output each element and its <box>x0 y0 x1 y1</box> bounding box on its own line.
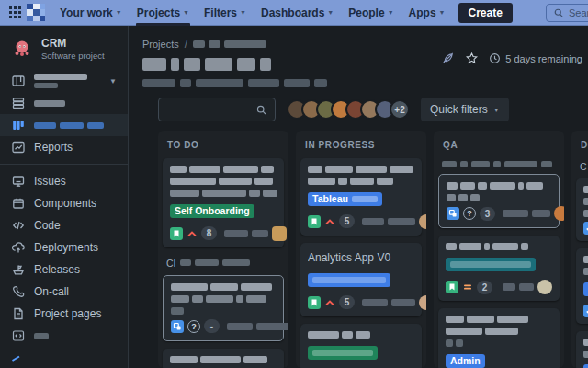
priority-highest-icon <box>324 216 335 227</box>
redacted-text <box>171 58 179 71</box>
redacted-text <box>447 182 458 190</box>
estimate-badge: 8 <box>201 226 217 240</box>
nav-item-filters[interactable]: Filters▼ <box>197 0 254 26</box>
redacted-summary-line <box>583 186 588 193</box>
issue-card[interactable]: Self Onboarding8 <box>163 158 284 247</box>
sidebar-divider <box>0 164 128 165</box>
redacted-text <box>388 218 415 225</box>
redacted-text <box>223 166 258 173</box>
breadcrumb-projects[interactable]: Projects <box>142 39 179 50</box>
redacted-text <box>34 83 58 88</box>
components-icon <box>11 196 26 211</box>
issue-card[interactable]: ?1 <box>163 349 284 368</box>
nav-item-dashboards[interactable]: Dashboards▼ <box>254 0 341 26</box>
issue-card[interactable]: ?- <box>163 275 284 341</box>
column-header: IN PROGRESS <box>300 135 422 158</box>
redacted-text <box>377 178 393 185</box>
task-type-icon <box>583 305 588 317</box>
chevron-down-icon: ▼ <box>183 9 189 16</box>
subtask-type-icon <box>171 320 184 333</box>
issue-card[interactable]: Analytics App V05 <box>300 243 422 316</box>
estimate-badge: 5 <box>339 295 355 309</box>
issue-card-meta: 2 <box>446 280 552 294</box>
nav-item-apps[interactable]: Apps▼ <box>401 0 453 26</box>
issue-card[interactable]: Tableau5 <box>300 158 422 236</box>
label-chip-redacted-part <box>312 277 386 283</box>
top-nav: Your work▼Projects▼Filters▼Dashboards▼Pe… <box>0 0 588 26</box>
sidebar-item-project-pages[interactable]: Project pages <box>0 303 128 325</box>
sidebar-item-label: Deployments <box>34 241 98 254</box>
sprint-days-remaining[interactable]: 5 days remaining <box>489 52 582 64</box>
create-button[interactable]: Create <box>458 3 513 23</box>
project-header[interactable]: CRM Software project <box>0 35 128 70</box>
sidebar-item-redacted[interactable]: ▼ <box>0 70 128 92</box>
avatar-overflow-count[interactable]: +2 <box>390 99 410 120</box>
board-search-input[interactable] <box>158 98 276 121</box>
redacted-label <box>34 74 87 88</box>
redacted-text <box>504 161 537 167</box>
nav-item-label: Your work <box>60 6 113 19</box>
issue-card[interactable]: En <box>576 248 588 324</box>
issue-card[interactable]: 6 <box>300 324 422 368</box>
assignee-avatar <box>419 214 426 229</box>
redacted-text <box>189 166 220 173</box>
redacted-summary-line <box>170 356 277 363</box>
sidebar-item-on-call[interactable]: On-call <box>0 281 128 303</box>
redacted-text <box>252 230 268 237</box>
issue-card[interactable] <box>576 178 588 241</box>
sidebar-item-redacted[interactable] <box>0 325 128 347</box>
breadcrumb-separator: / <box>185 39 187 50</box>
redacted-text <box>308 331 339 339</box>
sidebar-item-issues[interactable]: Issues <box>0 170 128 192</box>
estimate-badge: 2 <box>477 281 492 294</box>
board-subtitle-redacted <box>129 71 588 87</box>
sidebar-item-components[interactable]: Components <box>0 192 128 214</box>
redacted-text <box>460 161 468 167</box>
redacted-text <box>184 58 200 71</box>
redacted-text <box>284 79 310 87</box>
nav-item-your-work[interactable]: Your work▼ <box>52 0 130 26</box>
redacted-label <box>34 333 49 339</box>
issue-card[interactable]: Da <box>576 331 588 368</box>
redacted-text <box>362 299 388 306</box>
label-chip-text: Admin <box>450 355 481 366</box>
feather-icon[interactable] <box>441 52 455 65</box>
redacted-text <box>497 316 528 323</box>
sidebar-item-reports[interactable]: Reports <box>0 136 128 158</box>
issue-card[interactable]: ?3 <box>438 174 560 228</box>
quick-filters-button[interactable]: Quick filters ▼ <box>421 98 509 121</box>
star-icon[interactable] <box>465 52 479 65</box>
nav-item-label: People <box>348 6 384 19</box>
estimate-badge: 3 <box>480 207 495 221</box>
redacted-summary-line <box>308 166 414 173</box>
clock-icon <box>489 52 501 64</box>
redacted-text <box>521 243 528 250</box>
label-chip-admin: Admin <box>446 354 485 368</box>
sidebar-item-deployments[interactable]: Deployments <box>0 236 128 259</box>
redacted-text <box>519 283 534 291</box>
priority-medium-icon <box>462 282 473 293</box>
sidebar-item-code[interactable]: Code <box>0 214 128 236</box>
columns-icon <box>11 118 26 132</box>
redacted-text <box>142 58 166 71</box>
redacted-text <box>583 198 588 205</box>
global-search-input[interactable]: Search <box>546 4 588 22</box>
redacted-label <box>34 122 104 129</box>
app-switcher-icon[interactable] <box>9 6 21 18</box>
redacted-text <box>583 210 588 217</box>
label-chip-redacted-part <box>312 350 373 356</box>
site-logo-redacted[interactable] <box>27 4 45 21</box>
sidebar-item-releases[interactable]: Releases <box>0 259 128 281</box>
nav-item-projects[interactable]: Projects▼ <box>130 0 197 26</box>
issue-card[interactable]: Admin3 <box>438 308 560 368</box>
oncall-icon <box>11 284 26 299</box>
board-column-in-progress: IN PROGRESSTableau5Analytics App V056 <box>296 131 426 368</box>
sidebar-mini-icon-row[interactable] <box>0 347 128 368</box>
issue-card[interactable]: 2 <box>438 236 560 301</box>
sidebar-item-redacted[interactable] <box>0 92 128 114</box>
redacted-summary-line <box>583 256 588 263</box>
nav-item-people[interactable]: People▼ <box>341 0 401 26</box>
story-type-icon <box>308 215 321 228</box>
sidebar-item-redacted[interactable] <box>0 114 128 136</box>
estimate-badge: - <box>204 319 220 333</box>
